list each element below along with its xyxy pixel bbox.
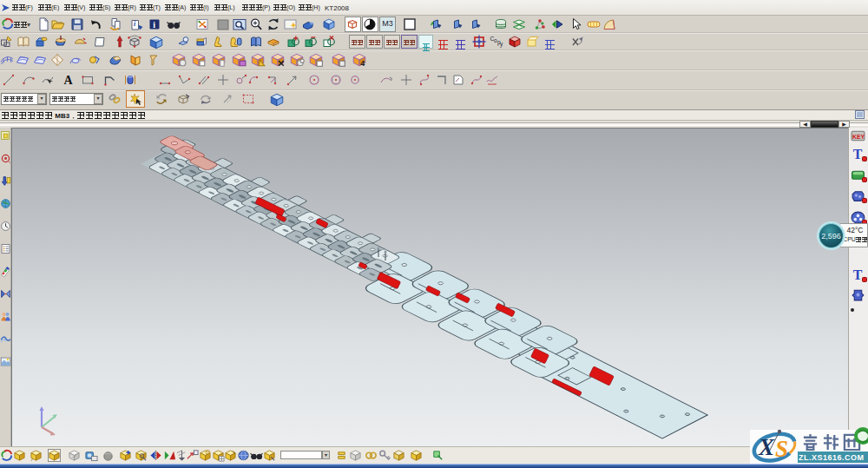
svg-text:T: T (853, 267, 863, 282)
svg-text:2,596: 2,596 (821, 232, 841, 241)
svg-text:T: T (853, 147, 863, 161)
svg-text:S: S (775, 436, 788, 462)
svg-text:X: X (758, 434, 775, 460)
svg-text:KEY: KEY (852, 134, 865, 140)
